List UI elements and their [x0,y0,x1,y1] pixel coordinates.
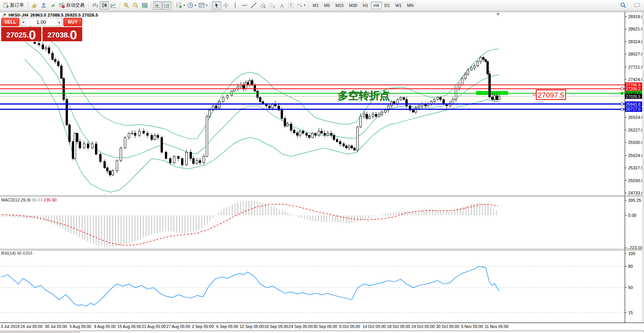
price-tick-label: 26227.0 [628,128,644,132]
date-label[interactable]: 30 Sep 05:00 [313,324,337,329]
trendline-button[interactable] [249,1,258,10]
volume-input[interactable] [26,18,56,26]
timeframe-m15-button[interactable]: M15 [333,2,346,9]
mt4-window: 新订单自动交易▾▾▾EFAT▾M1M5M15M30H1H4D1W1MN 多空转折… [0,0,644,333]
toolbar-separator [120,2,120,9]
date-label[interactable]: 27 Aug 05:00 [166,324,190,329]
timeframe-m1-button[interactable]: M1 [310,2,321,9]
cursor-button[interactable] [212,1,221,10]
line-handle[interactable] [621,92,623,95]
channel-icon: E [260,2,266,8]
crosshair-button[interactable] [221,1,230,10]
timeframe-mn-button[interactable]: MN [404,2,416,9]
search-button[interactable] [619,1,628,10]
date-label[interactable]: 2 Sep 05:00 [192,324,214,329]
crosshair-icon [223,2,229,8]
line-icon [110,2,117,8]
zoom-out-button[interactable] [131,1,140,10]
date-label[interactable]: 6 Sep 05:00 [216,324,238,329]
date-label[interactable]: 3 Jul 2019 [1,324,20,329]
line-handle[interactable] [621,108,623,110]
vertical-line-button[interactable] [230,1,240,10]
fibonacci-button[interactable]: F [268,1,277,10]
macd-axis-label: 395.25 [628,198,641,203]
zoom-in-button[interactable] [122,1,131,10]
date-label[interactable]: 8 Oct 05:00 [339,324,360,329]
timeframe-m5-button[interactable]: M5 [321,2,332,9]
chat-button[interactable] [632,1,642,10]
periods-button[interactable]: ▾ [186,1,197,10]
chart-area[interactable]: 多空转折点27097.528918.028621.028324.028027.0… [0,11,644,333]
line-handle[interactable] [621,88,623,90]
date-label[interactable]: 11 Nov 05:00 [485,324,508,329]
price-tick-label: 24733.0 [628,191,644,195]
volume-decrease-button[interactable]: ▼ [20,18,26,26]
date-label[interactable]: 14 Oct 05:00 [363,324,386,329]
line-handle[interactable] [621,103,623,105]
date-label[interactable]: 15 Aug 05:00 [117,324,141,329]
timeframe-h4-button[interactable]: H4 [371,2,382,9]
date-label[interactable]: 24 Sep 05:00 [289,324,313,329]
date-label[interactable]: 21 Aug 05:00 [142,324,166,329]
svg-text:27206.2: 27206.2 [626,86,641,91]
timeframe-h1-button[interactable]: H1 [360,2,371,9]
svg-text:F: F [273,6,275,8]
annotation-text[interactable]: 多空转折点 [338,90,390,101]
line-chart-button[interactable] [109,1,118,10]
date-label[interactable]: 12 Sep 05:00 [240,324,264,329]
hline-icon [241,2,247,8]
eraser-button[interactable] [30,1,39,10]
equidistant-channel-button[interactable]: E [258,1,268,10]
label-t-icon: T [288,2,294,8]
vline-icon [232,2,238,8]
sell-button[interactable]: SELL [1,18,19,26]
candlestick-chart-button[interactable] [100,1,109,10]
price-tick-label: 25624.0 [628,153,644,158]
date-label[interactable]: 24 Oct 05:00 [412,324,435,329]
svg-text:26843.8: 26843.8 [626,102,641,106]
chart-shift-button[interactable] [162,1,171,10]
arrows-icon [297,2,303,8]
timeframe-w1-button[interactable]: W1 [393,2,405,9]
templates-button[interactable]: ▾ [197,1,208,10]
dropdown-arrow-icon: ▾ [195,3,196,7]
horizontal-line-button[interactable] [240,1,249,10]
new-order-button[interactable]: 新订单 [2,1,26,10]
buy-price-pip: 0 [70,29,77,41]
bottom-dock-panel[interactable] [79,331,644,333]
date-label[interactable]: 30 Jul 05:00 [45,324,67,329]
price-tick-label: 28621.0 [628,27,644,31]
right-edge-strip [642,12,644,323]
arrows-button[interactable]: ▾ [295,1,307,10]
auto-scroll-button[interactable] [153,1,162,10]
bar-chart-button[interactable] [90,1,100,10]
sell-price[interactable]: 27025.0 [1,27,41,41]
date-label[interactable]: 24 Jul 05:00 [20,324,42,329]
autotrading-button[interactable]: 自动交易 [58,1,87,10]
publisher-button[interactable] [39,1,48,10]
date-label[interactable]: 30 Oct 05:00 [436,324,459,329]
one-click-trading-panel: SELL ▼ ▲ BUY 27025.0 27038.0 [1,18,82,41]
buy-price[interactable]: 27038.0 [42,27,83,41]
indicators-button[interactable]: ▾ [175,1,186,10]
date-label[interactable]: 9 Aug 05:00 [94,324,116,329]
buy-button[interactable]: BUY [63,18,82,26]
date-label[interactable]: 18 Oct 05:00 [387,324,410,329]
chat-icon [634,2,640,8]
date-label[interactable]: 18 Sep 05:00 [264,324,288,329]
callout-anchor[interactable] [533,93,535,95]
signals-button[interactable] [48,1,58,10]
autotrading-icon [59,2,65,8]
timeframe-d1-button[interactable]: D1 [382,2,393,9]
text-button[interactable]: A [277,1,286,10]
timeframe-m30-button[interactable]: M30 [346,2,360,9]
eraser-icon [31,2,37,8]
symbol-ohlc: 26963.0 27088.5 26920.5 27026.5 [30,13,98,17]
volume-increase-button[interactable]: ▲ [56,18,62,26]
tile-windows-button[interactable] [140,1,149,10]
zoom-in-icon [123,2,129,8]
text-label-button[interactable]: T [286,1,295,10]
date-label[interactable]: 5 Aug 05:00 [69,324,91,329]
date-label[interactable]: 5 Nov 05:00 [461,324,483,329]
toolbar-separator [173,2,173,9]
